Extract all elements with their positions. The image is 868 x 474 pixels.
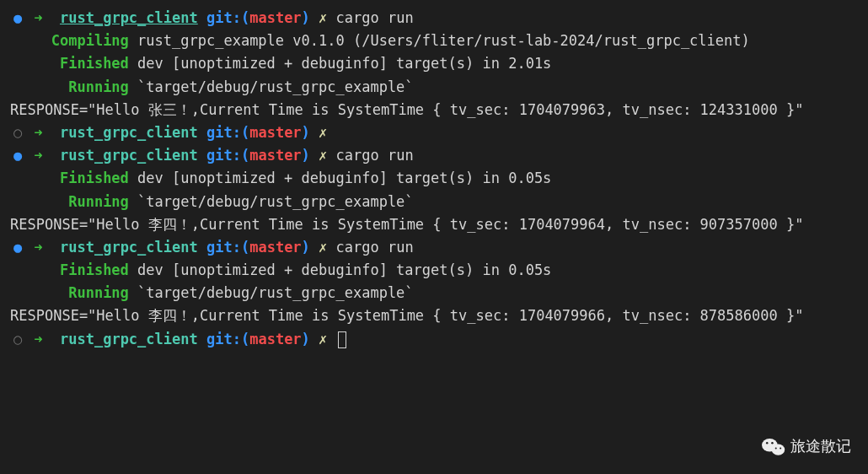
output-running-1: Running `target/debug/rust_grpc_example` (10, 76, 858, 99)
prompt-arrow-icon: ➜ (34, 9, 42, 26)
status-dot-open-icon: ○ (10, 121, 25, 144)
watermark: 旅途散记 (762, 434, 851, 459)
git-branch: master (249, 9, 301, 26)
finished-label: Finished (60, 261, 129, 278)
prompt-directory: rust_grpc_client (60, 147, 198, 164)
compiling-label: Compiling (51, 32, 129, 49)
prompt-arrow-icon: ➜ (34, 239, 42, 256)
output-response-3: RESPONSE="Hello 李四！,Current Time is Syst… (10, 304, 858, 327)
running-label: Running (68, 284, 129, 301)
prompt-line-2[interactable]: ○ ➜ rust_grpc_client git:(master) ✗ (10, 121, 858, 144)
git-branch: master (249, 239, 301, 256)
running-label: Running (68, 193, 129, 210)
prompt-arrow-icon: ➜ (34, 331, 42, 347)
output-response-1: RESPONSE="Hello 张三！,Current Time is Syst… (10, 99, 858, 121)
output-response-2: RESPONSE="Hello 李四！,Current Time is Syst… (10, 213, 858, 236)
status-dot-icon: ● (10, 144, 25, 167)
output-finished-2: Finished dev [unoptimized + debuginfo] t… (10, 167, 858, 190)
git-close-paren: ) (302, 331, 310, 347)
git-label: git:( (206, 239, 249, 256)
output-finished-3: Finished dev [unoptimized + debuginfo] t… (10, 259, 858, 282)
output-compiling-1: Compiling rust_grpc_example v0.1.0 (/Use… (10, 30, 858, 52)
prompt-directory: rust_grpc_client (60, 239, 198, 256)
git-label: git:( (206, 147, 249, 164)
cursor-icon (338, 331, 346, 348)
git-label: git:( (206, 331, 249, 347)
git-close-paren: ) (302, 9, 310, 26)
prompt-line-3[interactable]: ● ➜ rust_grpc_client git:(master) ✗ carg… (10, 144, 858, 167)
dirty-mark-icon: ✗ (319, 239, 327, 256)
svg-point-1 (772, 444, 785, 455)
git-branch: master (249, 331, 301, 347)
git-label: git:( (206, 124, 249, 141)
command-text: cargo run (336, 239, 414, 256)
output-running-2: Running `target/debug/rust_grpc_example` (10, 191, 858, 213)
git-close-paren: ) (302, 147, 310, 164)
status-dot-icon: ● (10, 236, 25, 259)
prompt-line-4[interactable]: ● ➜ rust_grpc_client git:(master) ✗ carg… (10, 236, 858, 259)
dirty-mark-icon: ✗ (319, 331, 327, 347)
finished-label: Finished (60, 55, 129, 72)
prompt-arrow-icon: ➜ (34, 147, 42, 164)
dirty-mark-icon: ✗ (319, 124, 327, 141)
command-text: cargo run (336, 147, 414, 164)
prompt-directory: rust_grpc_client (60, 124, 198, 141)
prompt-line-1[interactable]: ● ➜ rust_grpc_client git:(master) ✗ carg… (10, 7, 858, 30)
git-branch: master (249, 124, 301, 141)
svg-point-2 (766, 442, 768, 444)
wechat-icon (762, 437, 785, 457)
svg-point-4 (775, 447, 777, 449)
prompt-directory: rust_grpc_client (60, 9, 198, 26)
status-dot-icon: ● (10, 7, 25, 30)
git-close-paren: ) (302, 124, 310, 141)
dirty-mark-icon: ✗ (319, 147, 327, 164)
status-dot-open-icon: ○ (10, 328, 25, 351)
git-label: git:( (206, 9, 249, 26)
prompt-line-5[interactable]: ○ ➜ rust_grpc_client git:(master) ✗ (10, 328, 858, 351)
watermark-text: 旅途散记 (790, 434, 851, 459)
output-finished-1: Finished dev [unoptimized + debuginfo] t… (10, 52, 858, 75)
svg-point-3 (771, 442, 773, 444)
git-close-paren: ) (302, 239, 310, 256)
dirty-mark-icon: ✗ (319, 9, 327, 26)
output-running-3: Running `target/debug/rust_grpc_example` (10, 282, 858, 304)
command-text: cargo run (336, 9, 414, 26)
running-label: Running (68, 78, 129, 95)
svg-point-5 (780, 447, 781, 449)
prompt-directory: rust_grpc_client (60, 331, 198, 347)
git-branch: master (249, 147, 301, 164)
prompt-arrow-icon: ➜ (34, 124, 42, 141)
finished-label: Finished (60, 170, 129, 186)
